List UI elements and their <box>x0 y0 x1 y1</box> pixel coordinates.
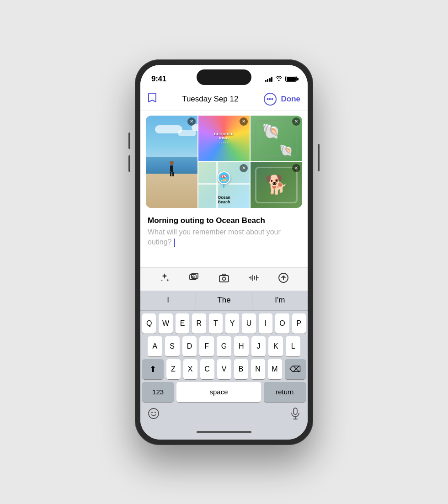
dynamic-island <box>197 69 251 85</box>
person-head <box>170 161 174 165</box>
dog-photo-item[interactable]: 🐕 ✕ <box>251 162 302 208</box>
autocomplete-the[interactable]: The <box>196 291 252 310</box>
shift-key[interactable]: ⬆ <box>142 359 164 379</box>
header-title: Tuesday Sep 12 <box>182 95 238 104</box>
key-d[interactable]: D <box>182 336 197 356</box>
key-a[interactable]: A <box>148 336 162 356</box>
key-e[interactable]: E <box>176 313 189 334</box>
camera-icon[interactable] <box>219 272 229 286</box>
key-l[interactable]: L <box>286 336 300 356</box>
map-pin-circle: 🏖️ <box>218 171 230 184</box>
keyboard: I The I'm Q W E R T Y U <box>140 291 308 440</box>
key-i[interactable]: I <box>259 313 272 334</box>
autocomplete-im[interactable]: I'm <box>252 291 308 310</box>
prompt-text: What will you remember most about your o… <box>148 228 281 246</box>
phone-frame: 9:41 <box>135 59 313 445</box>
key-j[interactable]: J <box>251 336 266 356</box>
header-actions: ••• Done <box>264 93 301 106</box>
key-g[interactable]: G <box>217 336 231 356</box>
signal-bar-1 <box>265 80 267 82</box>
svg-rect-0 <box>190 275 196 280</box>
battery-icon <box>285 76 297 82</box>
journal-text-area: Morning outing to Ocean Beach What will … <box>140 212 308 253</box>
key-t[interactable]: T <box>209 313 223 334</box>
home-bar <box>197 431 251 433</box>
key-m[interactable]: M <box>268 359 282 379</box>
svg-point-4 <box>222 277 225 280</box>
key-h[interactable]: H <box>234 336 249 356</box>
return-key[interactable]: return <box>264 382 306 402</box>
dog-photo-close[interactable]: ✕ <box>292 164 300 172</box>
delete-key[interactable]: ⌫ <box>285 359 306 379</box>
shells-photo-close[interactable]: ✕ <box>292 117 300 126</box>
key-u[interactable]: U <box>242 313 256 334</box>
keyboard-row-2: A S D F G H J K L <box>140 334 308 356</box>
emoji-icon[interactable] <box>148 408 160 422</box>
beach-photo-item[interactable]: ✕ <box>146 116 197 208</box>
key-n[interactable]: N <box>251 359 265 379</box>
volume-up-button[interactable] <box>128 133 130 149</box>
key-r[interactable]: R <box>192 313 206 334</box>
podcast-subtitle: SLATE <box>219 141 229 144</box>
podcast-title: DECODERRING <box>214 133 234 141</box>
num-key[interactable]: 123 <box>142 382 174 402</box>
key-f[interactable]: F <box>199 336 214 356</box>
key-q[interactable]: Q <box>142 313 156 334</box>
volume-down-button[interactable] <box>128 155 130 172</box>
keyboard-row-bottom: 123 space return <box>140 379 308 404</box>
bookmark-icon[interactable] <box>148 92 157 106</box>
key-k[interactable]: K <box>268 336 283 356</box>
signal-bar-3 <box>269 78 271 82</box>
key-v[interactable]: V <box>217 359 231 379</box>
journal-entry-prompt[interactable]: What will you remember most about your o… <box>148 227 300 248</box>
toolbar <box>140 267 308 291</box>
photo-library-icon[interactable] <box>189 272 200 286</box>
beach-photo-close[interactable]: ✕ <box>187 117 196 126</box>
person-legs <box>170 172 174 176</box>
key-p[interactable]: P <box>292 313 306 334</box>
podcast-photo-close[interactable]: ✕ <box>240 117 248 126</box>
key-o[interactable]: O <box>275 313 289 334</box>
shells-photo-item[interactable]: 🐚 🐚 ✕ <box>251 116 302 161</box>
svg-rect-9 <box>293 408 297 414</box>
svg-point-7 <box>151 412 153 413</box>
map-photo-item[interactable]: 🏖️ OceanBeach ✕ <box>198 162 250 208</box>
key-y[interactable]: Y <box>225 313 239 334</box>
autocomplete-i[interactable]: I <box>140 291 196 310</box>
dog-emoji: 🐕 <box>265 174 288 196</box>
media-grid: ✕ DECODERRING SLATE ✕ 🐚 🐚 <box>146 116 302 208</box>
autocomplete-row: I The I'm <box>140 291 308 311</box>
map-pin-icon: 🏖️ <box>220 174 228 181</box>
key-c[interactable]: C <box>200 359 214 379</box>
text-area-spacer[interactable] <box>140 253 308 267</box>
signal-icon <box>265 76 273 82</box>
keyboard-row-1: Q W E R T Y U I O P <box>140 311 308 334</box>
signal-bar-4 <box>271 77 272 82</box>
status-icons <box>265 75 297 82</box>
done-button[interactable]: Done <box>281 95 301 104</box>
beach-clouds <box>146 123 197 155</box>
home-indicator <box>140 425 308 440</box>
power-button[interactable] <box>318 144 320 171</box>
svg-point-8 <box>155 412 156 413</box>
send-icon[interactable] <box>278 272 289 286</box>
microphone-icon[interactable] <box>290 408 300 422</box>
beach-photo <box>146 116 197 208</box>
key-z[interactable]: Z <box>166 359 181 379</box>
more-button[interactable]: ••• <box>264 93 277 106</box>
person-leg-right <box>172 172 174 176</box>
ai-sparkles-icon[interactable] <box>159 272 170 286</box>
map-label: OceanBeach <box>218 195 230 204</box>
podcast-photo-item[interactable]: DECODERRING SLATE ✕ <box>198 116 250 161</box>
space-key[interactable]: space <box>176 382 261 402</box>
key-x[interactable]: X <box>183 359 197 379</box>
waveform-icon[interactable] <box>248 272 259 286</box>
shell-2: 🐚 <box>279 144 293 157</box>
shell-1: 🐚 <box>262 122 280 140</box>
beach-person <box>169 161 175 177</box>
svg-point-6 <box>149 409 159 419</box>
key-w[interactable]: W <box>159 313 172 334</box>
key-b[interactable]: B <box>234 359 248 379</box>
map-photo-close[interactable]: ✕ <box>240 164 248 172</box>
key-s[interactable]: S <box>165 336 180 356</box>
